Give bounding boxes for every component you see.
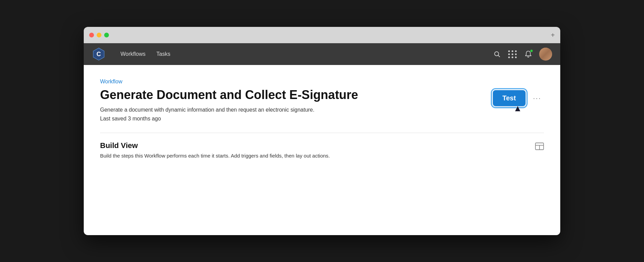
page-description: Generate a document with dynamic informa… [100, 107, 493, 113]
grid-dot [512, 56, 513, 58]
grid-dot [515, 53, 517, 55]
browser-window: + C Workflows Tasks [84, 27, 560, 235]
svg-line-3 [498, 55, 500, 57]
build-view-title: Build View [100, 141, 330, 150]
grid-dot [508, 56, 510, 58]
grid-dot [515, 56, 517, 58]
cursor-icon: ▲ [513, 103, 522, 114]
logo[interactable]: C [92, 47, 106, 61]
header-right: Test ▲ ··· [493, 90, 544, 106]
build-view-description: Build the steps this Workflow performs e… [100, 153, 330, 159]
build-view-left: Build View Build the steps this Workflow… [100, 141, 330, 159]
grid-dot [508, 53, 510, 55]
notification-badge [530, 49, 533, 52]
last-saved-text: Last saved 3 months ago [100, 116, 493, 122]
svg-text:C: C [97, 51, 101, 58]
grid-dot [508, 50, 510, 52]
grid-dot [515, 50, 517, 52]
nav-link-tasks[interactable]: Tasks [151, 43, 176, 65]
title-bar: + [84, 27, 560, 43]
nav-bar: C Workflows Tasks [84, 43, 560, 65]
nav-links: Workflows Tasks [115, 43, 492, 65]
test-button-wrap: Test ▲ [493, 90, 526, 106]
page-header: Generate Document and Collect E-Signatur… [100, 87, 544, 122]
nav-link-workflows[interactable]: Workflows [115, 43, 151, 65]
build-view-section: Build View Build the steps this Workflow… [100, 141, 544, 159]
apps-grid-icon[interactable] [508, 49, 517, 59]
maximize-button[interactable] [104, 33, 109, 37]
page-title: Generate Document and Collect E-Signatur… [100, 87, 372, 102]
user-avatar[interactable] [539, 48, 552, 61]
grid-dot [512, 53, 513, 55]
breadcrumb[interactable]: Workflow [100, 79, 123, 85]
main-content: Workflow Generate Document and Collect E… [84, 65, 560, 235]
section-divider [100, 133, 544, 133]
close-button[interactable] [89, 33, 94, 37]
notifications-icon[interactable] [524, 49, 533, 59]
layout-icon[interactable] [535, 143, 544, 152]
traffic-lights [89, 33, 109, 37]
copper-logo-icon: C [92, 47, 106, 61]
avatar-image [539, 48, 552, 61]
search-icon[interactable] [492, 49, 502, 59]
grid-dot [512, 50, 513, 52]
nav-actions [492, 48, 552, 61]
header-left: Generate Document and Collect E-Signatur… [100, 87, 493, 122]
minimize-button[interactable] [97, 33, 101, 37]
new-tab-button[interactable]: + [551, 32, 555, 38]
more-options-button[interactable]: ··· [530, 93, 544, 104]
